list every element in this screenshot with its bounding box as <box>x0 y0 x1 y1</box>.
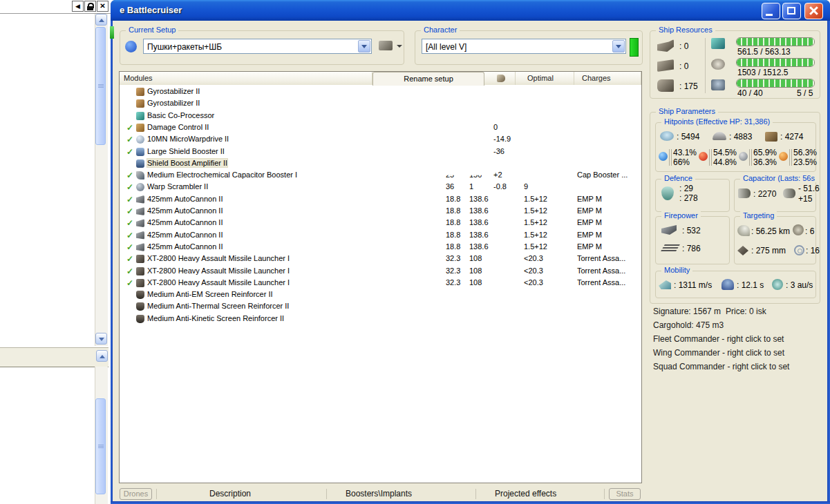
module-row[interactable]: ✓ XT-2800 Heavy Assault Missile Launcher… <box>120 253 641 265</box>
missile-launcher-icon <box>136 255 144 263</box>
module-charge[interactable]: EMP M <box>577 231 602 239</box>
title-bar[interactable]: e Battlecruiser <box>111 0 830 21</box>
module-row[interactable]: ✓ Medium Electrochemical Capacitor Boost… <box>120 170 641 182</box>
collapse-up-button[interactable] <box>96 350 108 362</box>
module-row[interactable]: ✓ XT-2800 Heavy Assault Missile Launcher… <box>120 266 641 278</box>
module-value-1: 32.3 <box>446 254 460 262</box>
module-row[interactable]: ✓ 425mm AutoCannon II 18.8 138.6 1.5+12 … <box>120 206 641 217</box>
module-name[interactable]: Warp Scrambler II <box>147 182 208 191</box>
fit-menu-caret-icon[interactable] <box>397 45 402 48</box>
help-icon[interactable] <box>125 41 137 52</box>
module-row[interactable]: Medium Anti-Kinetic Screen Reinforcer II <box>120 313 641 325</box>
module-name[interactable]: Shield Boost Amplifier II <box>147 159 227 167</box>
module-name[interactable]: 425mm AutoCannon II <box>147 231 223 239</box>
tab-description[interactable]: Description <box>209 489 251 498</box>
sensor-strength-icon <box>794 245 804 255</box>
setup-dropdown-button[interactable] <box>358 40 370 52</box>
module-row[interactable]: ✓ 425mm AutoCannon II 18.8 138.6 1.5+12 … <box>120 230 641 242</box>
module-charge[interactable]: EMP M <box>577 206 602 215</box>
module-name[interactable]: XT-2800 Heavy Assault Missile Launcher I <box>147 254 290 262</box>
column-header-optimal[interactable]: Optimal <box>516 72 574 85</box>
turret-hardpoints-icon <box>657 39 674 52</box>
module-row[interactable]: Basic Co-Processor <box>120 110 641 122</box>
module-row[interactable]: Shield Boost Amplifier II <box>120 158 641 170</box>
squad-commander-text[interactable]: Squad Commander - right click to set <box>653 362 789 371</box>
calibration-icon <box>657 79 674 92</box>
mobility-group: Mobility : 1311 m/s : 12.1 s : 3 au/s <box>655 271 816 298</box>
autocannon-icon <box>136 219 144 227</box>
scroll-down-button[interactable] <box>95 333 107 345</box>
defence-value-2: : 278 <box>679 193 698 203</box>
fleet-commander-text[interactable]: Fleet Commander - right click to set <box>653 334 784 344</box>
module-row[interactable]: ✓ 425mm AutoCannon II 18.8 138.6 1.5+12 … <box>120 194 641 206</box>
module-charge[interactable]: Torrent Assa... <box>577 254 625 262</box>
module-name[interactable]: Medium Anti-Kinetic Screen Reinforcer II <box>147 314 284 322</box>
module-optimal-value: <20.3 <box>524 278 543 287</box>
module-row[interactable]: Medium Anti-Thermal Screen Reinforcer II <box>120 301 641 313</box>
close-icon[interactable] <box>97 1 109 12</box>
module-row[interactable]: ✓ Large Shield Booster II -36 <box>120 146 641 158</box>
tab-projected-effects[interactable]: Projected effects <box>495 489 556 498</box>
explosive-shield-resist: 56.3% <box>793 148 817 157</box>
column-header-charges[interactable]: Charges <box>574 72 641 85</box>
rename-setup-tab[interactable]: Rename setup <box>372 72 484 86</box>
thermal-armor-resist: 44.8% <box>713 157 737 167</box>
armor-hp-value: : 4883 <box>729 132 752 142</box>
module-charge[interactable]: Cap Booster ... <box>577 171 628 179</box>
minimize-button[interactable] <box>762 3 780 19</box>
column-header-modules[interactable]: Modules <box>120 72 372 85</box>
lock-icon[interactable] <box>84 1 96 12</box>
rig-icon <box>136 291 144 299</box>
module-name[interactable]: 425mm AutoCannon II <box>147 242 223 251</box>
module-row[interactable]: ✓ XT-2800 Heavy Assault Missile Launcher… <box>120 278 641 289</box>
module-row[interactable]: ✓ 425mm AutoCannon II 18.8 138.6 1.5+12 … <box>120 217 641 229</box>
tab-stats[interactable]: Stats <box>609 488 641 500</box>
module-row[interactable]: ✓ Warp Scrambler II 36 1 -0.8 9 <box>120 182 641 193</box>
module-name[interactable]: Gyrostabilizer II <box>147 87 200 95</box>
ship-fit-icon[interactable] <box>379 41 393 50</box>
module-row[interactable]: ✓ 425mm AutoCannon II 18.8 138.6 1.5+12 … <box>120 242 641 253</box>
module-name[interactable]: Gyrostabilizer II <box>147 99 200 107</box>
warp-speed-value: : 3 au/s <box>786 280 813 290</box>
module-name[interactable]: 425mm AutoCannon II <box>147 218 223 226</box>
module-name[interactable]: 10MN MicroWarpdrive II <box>147 135 229 143</box>
module-row[interactable]: Gyrostabilizer II <box>120 86 641 98</box>
module-name[interactable]: Medium Electrochemical Capacitor Booster… <box>147 171 297 179</box>
wing-commander-text[interactable]: Wing Commander - right click to set <box>653 348 784 358</box>
module-row[interactable]: ✓ 10MN MicroWarpdrive II -14.9 <box>120 134 641 146</box>
module-optimal-value: 1.5+12 <box>524 195 547 203</box>
module-charge[interactable]: EMP M <box>577 242 602 251</box>
character-combobox[interactable]: [All level V] <box>422 39 626 54</box>
character-dropdown-button[interactable] <box>612 40 625 52</box>
module-row[interactable]: ✓ Damage Control II 0 <box>120 122 641 134</box>
close-button[interactable] <box>804 3 823 19</box>
active-check-icon: ✓ <box>126 123 133 133</box>
module-name[interactable]: Medium Anti-Thermal Screen Reinforcer II <box>147 302 289 310</box>
module-charge[interactable]: Torrent Assa... <box>577 278 625 287</box>
module-row[interactable]: Medium Anti-EM Screen Reinforcer II <box>120 289 641 301</box>
tab-boosters-implants[interactable]: Boosters\Implants <box>346 489 412 498</box>
module-name[interactable]: Medium Anti-EM Screen Reinforcer II <box>147 290 273 298</box>
scroll-up-button[interactable] <box>95 14 107 26</box>
module-name[interactable]: XT-2800 Heavy Assault Missile Launcher I <box>147 266 290 275</box>
module-charge[interactable]: Torrent Assa... <box>577 266 625 275</box>
maximize-button[interactable] <box>782 3 801 19</box>
scrollbar-thumb[interactable] <box>95 27 106 145</box>
module-row[interactable]: Gyrostabilizer II <box>120 98 641 110</box>
module-charge[interactable]: EMP M <box>577 195 602 203</box>
scrollbar-thumb-2[interactable] <box>95 398 106 494</box>
module-name[interactable]: 425mm AutoCannon II <box>147 195 223 203</box>
module-name[interactable]: XT-2800 Heavy Assault Missile Launcher I <box>147 278 290 287</box>
module-charge[interactable]: EMP M <box>577 218 602 226</box>
setup-combobox[interactable]: Пушки+ракеты+ШБ <box>143 39 372 54</box>
back-icon[interactable] <box>72 1 84 12</box>
column-header-cap[interactable] <box>484 72 516 85</box>
co-processor-icon <box>136 112 144 120</box>
active-check-icon: ✓ <box>126 218 133 228</box>
module-name[interactable]: Damage Control II <box>147 123 209 131</box>
tab-drones[interactable]: Drones <box>120 488 152 500</box>
explosive-armor-resist: 23.5% <box>793 157 817 167</box>
module-name[interactable]: 425mm AutoCannon II <box>147 206 223 215</box>
module-name[interactable]: Large Shield Booster II <box>147 147 225 155</box>
module-name[interactable]: Basic Co-Processor <box>147 111 214 119</box>
